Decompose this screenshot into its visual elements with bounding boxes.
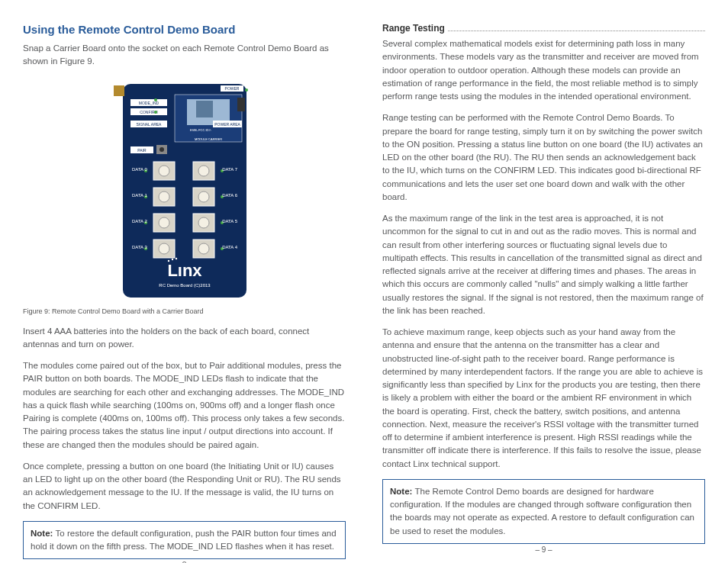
- svg-text:DATA 2: DATA 2: [132, 219, 147, 224]
- svg-text:SIGNAL AREA: SIGNAL AREA: [136, 122, 162, 127]
- svg-point-48: [198, 243, 209, 254]
- page-number: – 9 –: [382, 544, 705, 563]
- subheading: Range Testing: [382, 21, 705, 35]
- svg-point-30: [198, 166, 209, 176]
- svg-text:POWER: POWER: [224, 86, 239, 91]
- svg-point-39: [159, 217, 169, 228]
- svg-point-9: [154, 111, 157, 114]
- svg-text:MODULE CARRIER: MODULE CARRIER: [194, 137, 221, 141]
- svg-text:DATA 3: DATA 3: [132, 245, 147, 249]
- svg-text:DATA 1: DATA 1: [132, 193, 147, 198]
- paragraph: As the maximum range of the link in the …: [382, 212, 705, 317]
- left-column: Using the Remote Control Demo Board Snap…: [23, 21, 346, 563]
- svg-text:DATA 4: DATA 4: [222, 245, 237, 249]
- svg-text:Lınx: Lınx: [167, 261, 202, 280]
- right-column: Range Testing Several complex mathematic…: [382, 21, 705, 563]
- note-box: Note: To restore the default configurati…: [23, 521, 346, 560]
- svg-text:PAIR: PAIR: [137, 148, 147, 153]
- paragraph: Once complete, pressing a button on one …: [23, 460, 346, 513]
- svg-rect-1: [114, 85, 124, 96]
- svg-point-17: [245, 88, 248, 92]
- svg-point-27: [159, 166, 169, 176]
- svg-text:DATA 5: DATA 5: [222, 219, 237, 224]
- board-figure: MODE_IND CONFIRM SIGNAL AREA EVM- FCC ID…: [114, 76, 256, 302]
- svg-text:DATA 0: DATA 0: [132, 167, 147, 172]
- svg-point-42: [198, 217, 209, 228]
- paragraph: The modules come paired out of the box, …: [23, 359, 346, 452]
- svg-text:DATA 7: DATA 7: [222, 167, 237, 172]
- svg-point-36: [198, 191, 209, 202]
- svg-point-45: [159, 243, 169, 254]
- svg-rect-12: [196, 101, 213, 117]
- svg-text:DATA 6: DATA 6: [222, 193, 237, 198]
- paragraph: To achieve maximum range, keep objects s…: [382, 326, 705, 471]
- svg-point-60: [171, 259, 172, 260]
- svg-point-33: [159, 191, 169, 202]
- svg-text:OFF-ON: OFF-ON: [246, 101, 250, 112]
- svg-point-8: [154, 98, 157, 101]
- page-number: – 8 –: [23, 559, 346, 563]
- svg-text:POWER AREA: POWER AREA: [214, 122, 240, 127]
- svg-text:RC Demo Board (C)2013: RC Demo Board (C)2013: [159, 283, 211, 288]
- svg-rect-18: [237, 98, 245, 111]
- svg-point-59: [167, 260, 169, 262]
- paragraph: Insert 4 AAA batteries into the holders …: [23, 325, 346, 352]
- intro-paragraph: Snap a Carrier Board onto the socket on …: [23, 42, 346, 69]
- section-title: Using the Remote Control Demo Board: [23, 21, 346, 39]
- svg-point-61: [175, 258, 176, 259]
- figure-caption: Figure 9: Remote Control Demo Board with…: [23, 307, 346, 317]
- paragraph: Several complex mathematical models exis…: [382, 37, 705, 103]
- paragraph: Range testing can be performed with the …: [382, 111, 705, 204]
- svg-point-25: [159, 147, 164, 152]
- note-box: Note: The Remote Control Demo boards are…: [382, 479, 705, 544]
- svg-text:EVM- FCC ID#:: EVM- FCC ID#:: [190, 128, 211, 132]
